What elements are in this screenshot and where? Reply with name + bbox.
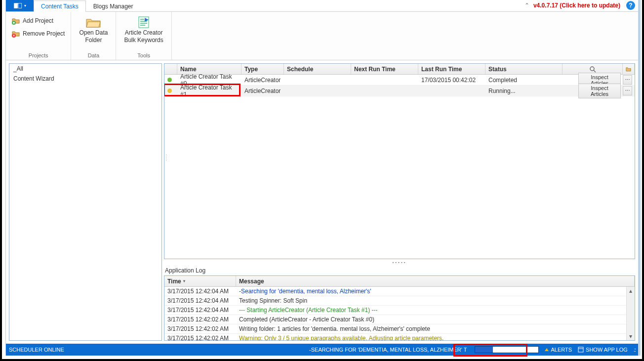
button-label: Article Creator <box>125 30 163 36</box>
folder-remove-icon <box>12 30 20 38</box>
log-time: 3/17/2015 12:42:02 AM <box>164 315 236 324</box>
tree-node-content-wizard[interactable]: Content Wizard <box>9 74 161 84</box>
log-message: Warning: Only 3 / 5 unique paragraphs av… <box>236 334 635 340</box>
col-last-run[interactable]: Last Run Time <box>418 64 485 74</box>
group-label-projects: Projects <box>11 51 66 60</box>
status-scheduler: SCHEDULER ONLINE <box>9 347 64 353</box>
resize-grip-icon[interactable]: .:: <box>634 347 635 353</box>
horizontal-splitter[interactable]: ••••• <box>164 259 635 266</box>
window-border-accent <box>639 0 641 356</box>
progress-bar <box>475 346 539 353</box>
button-label: Remove Project <box>23 30 65 37</box>
filter-icon[interactable]: ▾ <box>183 279 185 283</box>
folder-icon <box>626 66 631 72</box>
status-dot-icon <box>167 89 172 93</box>
row-menu-button[interactable]: ··· <box>623 75 632 85</box>
tree-node-all[interactable]: _All <box>9 64 161 74</box>
cell-status: Completed <box>485 75 563 85</box>
cell-next-run <box>351 86 418 96</box>
inspect-articles-button[interactable]: Inspect Articles <box>578 84 621 98</box>
button-label: Add Project <box>23 17 53 24</box>
update-link[interactable]: v4.0.7.17 (Click here to update) <box>533 0 624 11</box>
file-menu-button[interactable]: ▾ <box>6 0 34 11</box>
folder-add-icon <box>12 17 20 25</box>
row-menu-button[interactable]: ··· <box>623 86 632 95</box>
log-time: 3/17/2015 12:42:04 AM <box>164 306 236 315</box>
tab-label: Blogs Manager <box>93 3 133 10</box>
ribbon-tabbar: ▾ Content Tasks Blogs Manager ⌃ v4.0.7.1… <box>6 0 638 12</box>
status-bar: SCHEDULER ONLINE -SEARCHING FOR 'DEMENTI… <box>6 344 638 356</box>
svg-rect-1 <box>18 3 22 8</box>
log-message: Completed (ArticleCreator - Article Crea… <box>236 315 635 324</box>
svg-point-6 <box>590 67 594 71</box>
group-label-data: Data <box>76 51 111 60</box>
tasks-grid: ····· Name Type Schedule Next Run Time L… <box>164 63 635 259</box>
applog-title: Application Log <box>164 266 635 275</box>
ribbon: Add Project Remove Project Projects Open… <box>6 12 638 60</box>
log-message: --- Starting ArticleCreator (Article Cre… <box>236 306 635 315</box>
log-scrollbar[interactable]: ▴ ▾ <box>626 287 635 340</box>
log-col-message[interactable]: Message <box>236 276 635 286</box>
article-creator-bulk-button[interactable]: Article Creator Bulk Keywords <box>121 14 166 44</box>
log-row[interactable]: 3/17/2015 12:42:02 AMCompleted (ArticleC… <box>164 315 635 324</box>
cell-schedule <box>284 75 351 85</box>
log-icon <box>578 347 584 353</box>
svg-rect-0 <box>14 3 17 8</box>
col-schedule[interactable]: Schedule <box>284 64 351 74</box>
book-icon <box>14 2 23 9</box>
col-next-run[interactable]: Next Run Time <box>351 64 418 74</box>
button-label: Bulk Keywords <box>124 37 163 44</box>
status-dot-icon <box>167 78 172 82</box>
log-message: Writing folder: 1 articles for 'dementia… <box>236 324 635 333</box>
group-label-tools: Tools <box>121 51 166 60</box>
log-row[interactable]: 3/17/2015 12:42:02 AMWarning: Only 3 / 5… <box>164 334 635 340</box>
open-data-folder-button[interactable]: Open Data Folder <box>76 14 111 44</box>
tab-label: Content Tasks <box>41 3 79 10</box>
log-row[interactable]: 3/17/2015 12:42:02 AMWriting folder: 1 a… <box>164 324 635 334</box>
tab-content-tasks[interactable]: Content Tasks <box>34 0 86 12</box>
show-app-log-button[interactable]: SHOW APP LOG <box>575 347 631 353</box>
document-arrow-icon <box>136 16 152 29</box>
tab-blogs-manager[interactable]: Blogs Manager <box>86 0 141 12</box>
cell-next-run <box>351 75 418 85</box>
col-status-icon[interactable] <box>164 64 177 74</box>
alerts-button[interactable]: ALERTS <box>542 347 575 353</box>
log-row[interactable]: 3/17/2015 12:42:04 AMTesting Spinner: So… <box>164 296 635 306</box>
status-activity: -SEARCHING FOR 'DEMENTIA, MENTAL LOSS, A… <box>64 347 472 353</box>
button-label: Folder <box>85 37 102 44</box>
cell-schedule <box>284 86 351 96</box>
col-folder[interactable] <box>623 64 635 74</box>
col-type[interactable]: Type <box>242 64 284 74</box>
scroll-up-icon[interactable]: ▴ <box>627 287 635 295</box>
ribbon-collapse-button[interactable]: ⌃ <box>524 0 533 11</box>
application-log: Time▾ Message 3/17/2015 12:42:04 AM-Sear… <box>164 275 635 341</box>
log-time: 3/17/2015 12:42:02 AM <box>164 334 236 340</box>
col-status[interactable]: Status <box>485 64 563 74</box>
remove-project-button[interactable]: Remove Project <box>11 29 66 39</box>
log-row[interactable]: 3/17/2015 12:42:04 AM--- Starting Articl… <box>164 306 635 315</box>
log-message: -Searching for 'dementia, mental loss, A… <box>236 287 635 296</box>
cell-status: Running... <box>485 86 563 96</box>
log-message: Testing Spinner: Soft Spin <box>236 296 635 305</box>
cell-last-run: 17/03/2015 00:42:02 <box>418 75 485 85</box>
svg-rect-5 <box>139 17 149 28</box>
cell-name: Article Creator Task #1 <box>177 86 242 96</box>
log-time: 3/17/2015 12:42:04 AM <box>164 296 236 305</box>
svg-rect-7 <box>578 347 583 352</box>
log-time: 3/17/2015 12:42:04 AM <box>164 287 236 296</box>
scroll-down-icon[interactable]: ▾ <box>627 332 635 340</box>
bell-icon <box>545 348 549 351</box>
cell-type: ArticleCreator <box>242 75 284 85</box>
folder-open-icon <box>85 16 101 29</box>
add-project-button[interactable]: Add Project <box>11 16 66 26</box>
log-col-time[interactable]: Time▾ <box>164 276 236 286</box>
cell-last-run <box>418 86 485 96</box>
table-row[interactable]: Article Creator Task #1ArticleCreatorRun… <box>164 86 635 96</box>
vertical-splitter[interactable]: ····· <box>164 154 167 169</box>
log-row[interactable]: 3/17/2015 12:42:04 AM-Searching for 'dem… <box>164 287 635 296</box>
log-time: 3/17/2015 12:42:02 AM <box>164 324 236 333</box>
help-icon[interactable]: ? <box>626 1 635 10</box>
project-tree[interactable]: _All Content Wizard <box>9 63 162 341</box>
search-icon <box>589 66 596 73</box>
button-label: Open Data <box>79 30 108 36</box>
